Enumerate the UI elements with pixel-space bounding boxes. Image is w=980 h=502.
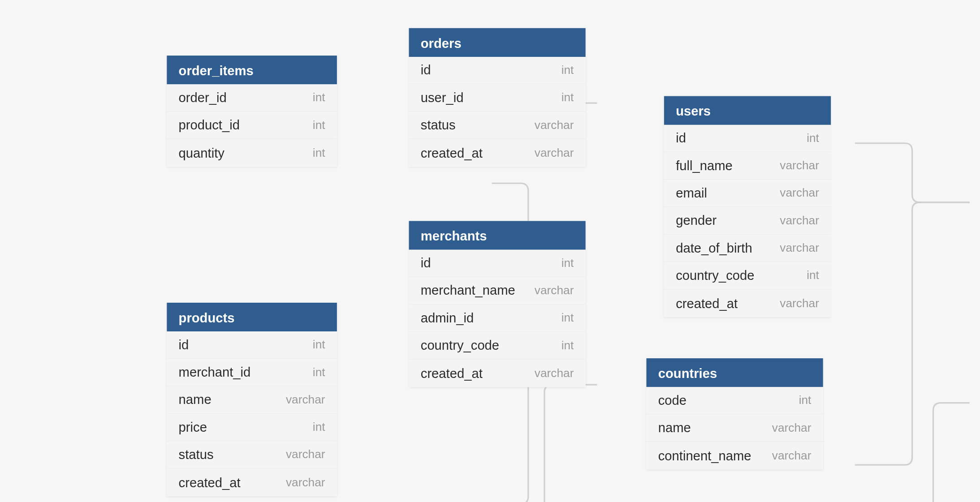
column-row[interactable]: namevarchar <box>646 415 823 442</box>
column-type: int <box>807 131 819 145</box>
column-name: price <box>179 420 207 435</box>
column-name: product_id <box>179 118 240 133</box>
column-row[interactable]: idint <box>409 57 586 84</box>
column-row[interactable]: country_codeint <box>664 262 831 289</box>
column-type: varchar <box>772 449 812 463</box>
column-name: status <box>179 447 214 463</box>
column-name: admin_id <box>421 311 474 326</box>
column-type: varchar <box>772 421 812 435</box>
relationship-line <box>855 143 970 202</box>
column-row[interactable]: codeint <box>646 387 823 414</box>
relationship-line <box>855 202 970 465</box>
column-name: created_at <box>421 366 483 381</box>
column-row[interactable]: created_atvarchar <box>409 139 586 167</box>
column-name: id <box>421 256 431 271</box>
column-row[interactable]: statusvarchar <box>167 442 337 469</box>
column-row[interactable]: order_idint <box>167 84 337 112</box>
column-row[interactable]: continent_namevarchar <box>646 442 823 469</box>
column-name: email <box>676 186 707 201</box>
column-name: created_at <box>421 146 483 161</box>
relationship-line <box>933 403 980 502</box>
column-row[interactable]: created_atvarchar <box>167 469 337 496</box>
table-products[interactable]: productsidintmerchant_idintnamevarcharpr… <box>167 303 337 496</box>
column-type: varchar <box>286 476 325 489</box>
column-row[interactable]: priceint <box>167 414 337 441</box>
column-name: date_of_birth <box>676 240 752 256</box>
column-type: int <box>313 420 325 434</box>
table-header-users: users <box>664 96 831 125</box>
column-type: varchar <box>535 146 574 160</box>
column-row[interactable]: created_atvarchar <box>664 290 831 317</box>
column-name: merchant_id <box>179 365 251 380</box>
column-row[interactable]: user_idint <box>409 84 586 112</box>
column-name: id <box>179 337 189 352</box>
column-row[interactable]: country_codeint <box>409 332 586 360</box>
column-type: int <box>561 64 574 77</box>
column-row[interactable]: merchant_namevarchar <box>409 277 586 305</box>
table-header-merchants: merchants <box>409 221 586 249</box>
column-type: varchar <box>780 186 819 200</box>
column-name: user_id <box>421 90 464 105</box>
table-users[interactable]: usersidintfull_namevarcharemailvarcharge… <box>664 96 831 317</box>
column-row[interactable]: idint <box>664 125 831 152</box>
table-header-orders: orders <box>409 28 586 57</box>
column-name: name <box>658 420 691 436</box>
table-header-order_items: order_items <box>167 56 337 84</box>
column-row[interactable]: admin_idint <box>409 305 586 332</box>
table-merchants[interactable]: merchantsidintmerchant_namevarcharadmin_… <box>409 221 586 387</box>
column-type: varchar <box>780 159 819 173</box>
column-type: varchar <box>286 448 325 462</box>
column-row[interactable]: quantityint <box>167 139 337 167</box>
column-row[interactable]: emailvarchar <box>664 180 831 207</box>
column-type: int <box>313 118 325 132</box>
column-row[interactable]: gendervarchar <box>664 207 831 235</box>
column-name: code <box>658 393 686 408</box>
column-name: id <box>421 63 431 78</box>
column-type: varchar <box>535 118 574 132</box>
table-order_items[interactable]: order_itemsorder_idintproduct_idintquant… <box>167 56 337 167</box>
column-row[interactable]: idint <box>167 331 337 359</box>
column-name: name <box>179 392 212 408</box>
column-name: created_at <box>676 296 738 311</box>
column-name: full_name <box>676 158 733 173</box>
column-name: continent_name <box>658 448 751 463</box>
column-name: quantity <box>179 146 224 161</box>
column-type: int <box>561 311 574 325</box>
column-type: varchar <box>535 366 574 380</box>
relationship-line <box>492 385 597 502</box>
column-name: order_id <box>179 90 227 105</box>
column-type: int <box>799 394 812 408</box>
column-row[interactable]: full_namevarchar <box>664 152 831 180</box>
column-row[interactable]: merchant_idint <box>167 359 337 386</box>
column-row[interactable]: statusvarchar <box>409 112 586 139</box>
column-type: int <box>313 91 325 105</box>
column-name: created_at <box>179 475 241 490</box>
column-type: int <box>561 91 574 105</box>
table-header-products: products <box>167 303 337 331</box>
column-row[interactable]: created_atvarchar <box>409 360 586 387</box>
column-name: merchant_name <box>421 283 515 298</box>
column-name: id <box>676 131 686 146</box>
column-row[interactable]: product_idint <box>167 112 337 139</box>
column-type: int <box>313 146 325 160</box>
table-header-countries: countries <box>646 358 823 387</box>
column-row[interactable]: namevarchar <box>167 386 337 414</box>
column-type: int <box>313 365 325 379</box>
table-orders[interactable]: ordersidintuser_idintstatusvarcharcreate… <box>409 28 586 167</box>
column-type: int <box>561 339 574 352</box>
column-type: varchar <box>535 284 574 298</box>
column-type: varchar <box>780 214 819 227</box>
column-row[interactable]: date_of_birthvarchar <box>664 235 831 262</box>
column-type: int <box>561 256 574 270</box>
table-countries[interactable]: countriescodeintnamevarcharcontinent_nam… <box>646 358 823 469</box>
column-type: int <box>807 269 819 283</box>
column-name: country_code <box>421 338 499 353</box>
column-type: int <box>313 338 325 352</box>
er-diagram-canvas[interactable]: order_itemsorder_idintproduct_idintquant… <box>0 0 980 502</box>
column-type: varchar <box>286 393 325 407</box>
column-name: country_code <box>676 268 754 283</box>
column-name: status <box>421 118 456 133</box>
column-row[interactable]: idint <box>409 250 586 277</box>
column-type: varchar <box>780 241 819 255</box>
column-type: varchar <box>780 296 819 310</box>
